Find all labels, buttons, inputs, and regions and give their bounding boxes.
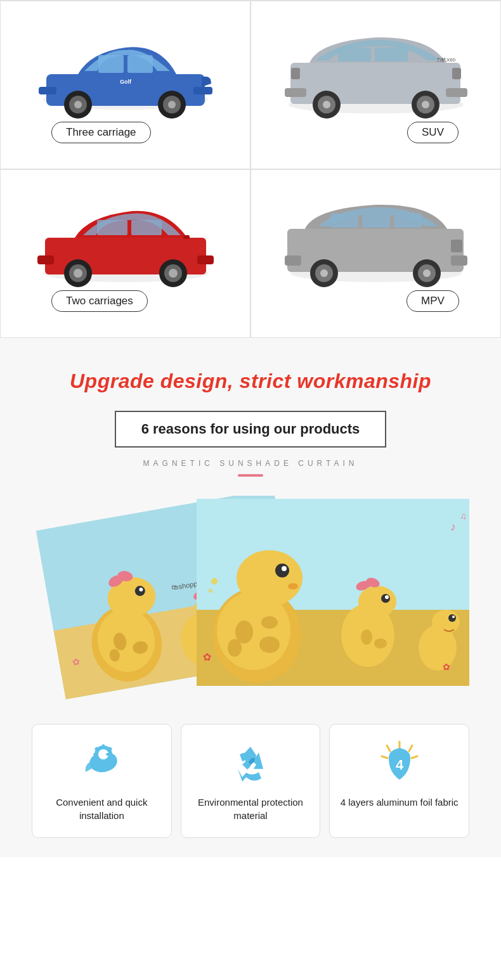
svg-rect-31 <box>131 220 162 235</box>
subtitle-text: MAGNETIC SUNSHADE CURTAIN <box>143 459 358 468</box>
svg-rect-43 <box>330 214 358 228</box>
svg-rect-5 <box>39 87 56 94</box>
car-grid: Golf Three carriage <box>0 0 501 338</box>
svg-rect-15 <box>338 48 371 61</box>
svg-rect-19 <box>446 88 467 97</box>
svg-point-103 <box>385 595 389 599</box>
svg-point-11 <box>168 101 176 108</box>
two-carriages-label: Two carriages <box>51 290 148 312</box>
svg-line-131 <box>382 756 387 758</box>
mpv-svg <box>275 186 478 287</box>
svg-point-37 <box>74 269 82 278</box>
svg-line-128 <box>409 745 412 751</box>
svg-point-23 <box>323 101 330 108</box>
svg-rect-20 <box>285 88 306 97</box>
svg-rect-122 <box>106 753 110 756</box>
car-image-three-carriage: Golf <box>13 14 237 122</box>
svg-point-94 <box>259 636 280 653</box>
svg-point-26 <box>422 101 429 108</box>
svg-point-93 <box>235 621 253 643</box>
upgrade-title: Upgrade design, strict workmanship <box>70 370 431 393</box>
car-cell-mpv: MPV <box>251 169 501 338</box>
reasons-text: 6 reasons for using our products <box>141 421 360 437</box>
pink-divider <box>238 474 263 477</box>
recycle-icon <box>225 737 276 788</box>
svg-text:✿: ✿ <box>443 662 450 672</box>
svg-point-115 <box>209 589 212 593</box>
svg-text:4: 4 <box>396 757 404 773</box>
upgrade-section: Upgrade design, strict workmanship 6 rea… <box>0 338 501 857</box>
feature-label-aluminum: 4 layers aluminum foil fabric <box>341 796 459 809</box>
svg-rect-120 <box>102 761 105 764</box>
svg-point-114 <box>211 578 218 584</box>
svg-rect-3 <box>127 55 153 73</box>
svg-point-106 <box>448 614 456 622</box>
svg-rect-16 <box>375 48 408 61</box>
svg-point-51 <box>320 269 328 277</box>
sunshade-illustration: 🛍shopping ♪ ♫ ✿ ✿ <box>22 496 479 705</box>
gear-hand-icon <box>76 737 127 788</box>
svg-rect-4 <box>193 87 212 94</box>
car-image-mpv <box>264 183 488 290</box>
svg-point-40 <box>169 269 178 278</box>
svg-rect-17 <box>452 68 461 79</box>
svg-rect-121 <box>93 753 97 756</box>
svg-point-54 <box>423 269 431 277</box>
svg-rect-32 <box>183 235 190 239</box>
svg-rect-18 <box>291 68 300 79</box>
svg-point-91 <box>282 566 287 571</box>
car-cell-three-carriage: Golf Three carriage <box>0 1 251 169</box>
car-cell-suv: 力帆X60 SUV <box>251 1 501 169</box>
three-carriage-svg: Golf <box>27 17 224 119</box>
svg-point-109 <box>374 638 387 648</box>
svg-line-130 <box>387 745 390 751</box>
mpv-label: MPV <box>407 290 459 312</box>
svg-rect-45 <box>394 214 422 228</box>
svg-rect-46 <box>451 240 462 252</box>
svg-point-101 <box>365 581 371 588</box>
svg-text:♫: ♫ <box>460 511 467 521</box>
car-image-suv: 力帆X60 <box>264 14 488 122</box>
svg-point-108 <box>361 629 372 645</box>
svg-rect-119 <box>102 744 105 748</box>
feature-card-convenient: Convenient and quick installation <box>32 724 172 838</box>
feature-label-convenient: Convenient and quick installation <box>40 796 164 822</box>
svg-point-8 <box>74 101 82 108</box>
svg-rect-30 <box>97 220 127 235</box>
feature-label-eco: Environmental protection material <box>189 796 313 822</box>
three-carriage-label: Three carriage <box>51 122 151 143</box>
svg-text:力帆X60: 力帆X60 <box>436 57 455 63</box>
svg-point-95 <box>228 639 242 657</box>
feature-row: Convenient and quick installation Enviro… <box>19 724 482 838</box>
reasons-box: 6 reasons for using our products <box>115 411 387 448</box>
car-image-two-carriages <box>13 183 237 290</box>
car-cell-two-carriages: Two carriages <box>0 169 251 338</box>
svg-text:✿: ✿ <box>203 652 211 662</box>
svg-point-98 <box>358 586 396 617</box>
svg-rect-44 <box>362 214 390 228</box>
svg-rect-48 <box>285 255 301 266</box>
svg-rect-33 <box>197 255 214 264</box>
shield-4-icon: 4 <box>374 737 425 788</box>
svg-rect-2 <box>98 55 124 73</box>
svg-line-129 <box>412 756 417 758</box>
suv-svg: 力帆X60 <box>275 17 478 119</box>
svg-point-90 <box>275 564 289 577</box>
svg-text:Golf: Golf <box>120 79 132 85</box>
svg-point-107 <box>452 616 455 618</box>
svg-point-96 <box>261 616 278 629</box>
svg-text:♪: ♪ <box>450 520 456 533</box>
suv-label: SUV <box>407 122 459 143</box>
feature-card-aluminum: 4 4 layers aluminum foil fabric <box>329 724 469 838</box>
svg-point-89 <box>237 550 303 606</box>
svg-rect-47 <box>451 255 467 266</box>
svg-rect-34 <box>37 255 54 264</box>
two-carriages-svg <box>27 186 224 287</box>
sunshade-area: 🛍shopping ♪ ♫ ✿ ✿ <box>19 496 482 705</box>
svg-point-92 <box>288 583 298 590</box>
feature-card-eco: Environmental protection material <box>181 724 321 838</box>
